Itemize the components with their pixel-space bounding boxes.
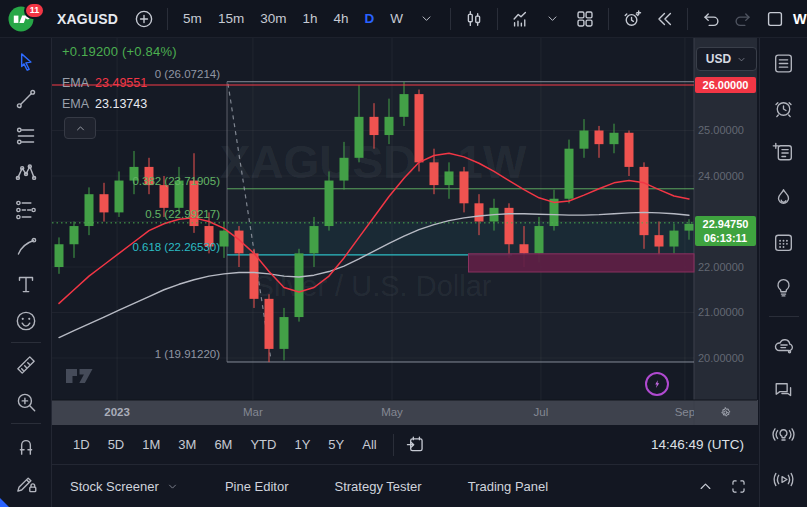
currency-dropdown[interactable]: USD bbox=[696, 47, 757, 71]
fib-level-label: 1 (19.91220) bbox=[55, 348, 220, 360]
tab-trading-panel[interactable]: Trading Panel bbox=[468, 479, 548, 494]
price-axis-label: 24.00000 bbox=[698, 170, 744, 182]
timeframe-15m[interactable]: 15m bbox=[210, 5, 252, 33]
symbol-name: XAGUSD bbox=[57, 11, 118, 27]
bar-replay-button[interactable] bbox=[648, 5, 680, 33]
tool-magnet-icon[interactable] bbox=[7, 427, 45, 464]
tradingview-watermark-logo[interactable] bbox=[64, 364, 102, 388]
axis-settings-gear-icon[interactable] bbox=[716, 403, 736, 423]
notification-badge: 11 bbox=[24, 2, 45, 19]
timeframe-4h[interactable]: 4h bbox=[325, 5, 356, 33]
sidebar-alerts-icon[interactable] bbox=[767, 92, 801, 126]
time-axis-label: May bbox=[381, 406, 403, 418]
time-axis[interactable]: 2023MarMayJulSep bbox=[52, 400, 694, 425]
range-all[interactable]: All bbox=[353, 432, 385, 458]
expand-panel-chevron[interactable] bbox=[696, 477, 715, 496]
tool-edit-lock-icon[interactable] bbox=[7, 464, 45, 501]
tool-brush-icon[interactable] bbox=[7, 228, 45, 265]
tab-strategy-tester[interactable]: Strategy Tester bbox=[334, 479, 421, 494]
range-1m[interactable]: 1M bbox=[133, 432, 169, 458]
right-sidebar bbox=[759, 38, 807, 507]
timeframe-D[interactable]: D bbox=[356, 5, 382, 33]
price-change-readout: +0.19200 (+0.84%) bbox=[62, 44, 177, 59]
lightning-icon bbox=[650, 377, 664, 391]
save-layout-button[interactable] bbox=[759, 5, 791, 33]
currency-label: USD bbox=[706, 52, 731, 66]
price-axis-label: 22.00000 bbox=[698, 261, 744, 273]
add-symbol-button[interactable] bbox=[128, 5, 160, 33]
price-axis-label: 20.00000 bbox=[698, 352, 744, 364]
sidebar-ideas-lightbulb-icon[interactable] bbox=[767, 270, 801, 304]
range-1d[interactable]: 1D bbox=[64, 432, 99, 458]
indicators-menu-chevron[interactable] bbox=[537, 5, 569, 33]
collapse-pane-button[interactable] bbox=[64, 117, 96, 139]
sidebar-bulb-waves-icon[interactable] bbox=[767, 418, 801, 452]
undo-button[interactable] bbox=[695, 5, 727, 33]
range-5y[interactable]: 5Y bbox=[319, 432, 353, 458]
tab-stock-screener[interactable]: Stock Screener bbox=[70, 479, 179, 494]
sidebar-broadcast-play-icon[interactable] bbox=[767, 462, 801, 496]
range-6m[interactable]: 6M bbox=[205, 432, 241, 458]
timeframe-1h[interactable]: 1h bbox=[294, 5, 325, 33]
sidebar-chat-icon[interactable] bbox=[767, 373, 801, 407]
fib-level-label: 0 (26.07214) bbox=[55, 68, 220, 80]
time-axis-label: 2023 bbox=[104, 406, 130, 418]
range-3m[interactable]: 3M bbox=[169, 432, 205, 458]
time-axis-label: Mar bbox=[243, 406, 263, 418]
timeframe-group: 5m15m30m1h4hDW bbox=[175, 5, 411, 33]
maximize-panel-button[interactable] bbox=[729, 477, 748, 496]
range-1y[interactable]: 1Y bbox=[285, 432, 319, 458]
tab-pine-editor[interactable]: Pine Editor bbox=[225, 479, 289, 494]
symbol-search-button[interactable]: XAGUSD bbox=[40, 5, 128, 33]
tool-ruler-icon[interactable] bbox=[7, 346, 45, 383]
chart-style-button[interactable] bbox=[458, 5, 490, 33]
last-price-badge[interactable]: 22.9475006:13:11 bbox=[695, 216, 756, 246]
sidebar-calendar-icon[interactable] bbox=[767, 225, 801, 259]
divider bbox=[497, 8, 498, 30]
divider bbox=[608, 8, 609, 30]
divider bbox=[687, 8, 688, 30]
ema-slow-readout[interactable]: EMA23.13743 bbox=[62, 97, 147, 111]
user-avatar[interactable]: W bbox=[793, 11, 807, 27]
tool-trend-line-icon[interactable] bbox=[7, 80, 45, 117]
top-toolbar: 11 XAGUSD 5m15m30m1h4hDW W bbox=[0, 0, 807, 38]
tool-forecast-icon[interactable] bbox=[7, 191, 45, 228]
server-clock[interactable]: 14:46:49 (UTC) bbox=[651, 437, 746, 452]
time-axis-label: Sep bbox=[675, 406, 694, 418]
sidebar-journal-plus-icon[interactable] bbox=[767, 136, 801, 170]
indicators-button[interactable] bbox=[505, 5, 537, 33]
create-alert-button[interactable] bbox=[616, 5, 648, 33]
divider bbox=[167, 8, 168, 30]
tool-pattern-xabcd-icon[interactable] bbox=[7, 154, 45, 191]
divider bbox=[11, 342, 41, 343]
divider bbox=[11, 423, 41, 424]
divider bbox=[769, 316, 799, 317]
sidebar-watchlist-icon[interactable] bbox=[767, 47, 801, 81]
sidebar-hotlist-flame-icon[interactable] bbox=[767, 181, 801, 215]
sidebar-minds-cloud-icon[interactable] bbox=[767, 329, 801, 363]
timeframe-30m[interactable]: 30m bbox=[252, 5, 294, 33]
chevron-up-icon bbox=[74, 122, 87, 135]
time-axis-label: Jul bbox=[534, 406, 549, 418]
boost-button[interactable] bbox=[645, 372, 669, 396]
redo-button[interactable] bbox=[727, 5, 759, 33]
tool-emoji-icon[interactable] bbox=[7, 302, 45, 339]
price-axis-label: 21.00000 bbox=[698, 306, 744, 318]
alert-price-badge[interactable]: 26.00000 bbox=[695, 77, 756, 93]
layout-grid-button[interactable] bbox=[569, 5, 601, 33]
tool-text-icon[interactable] bbox=[7, 265, 45, 302]
divider bbox=[393, 434, 394, 456]
range-ytd[interactable]: YTD bbox=[241, 432, 285, 458]
timeframe-5m[interactable]: 5m bbox=[175, 5, 210, 33]
tool-zoom-in-icon[interactable] bbox=[7, 383, 45, 420]
price-axis-label: 25.00000 bbox=[698, 124, 744, 136]
main-menu-button[interactable]: 11 bbox=[6, 4, 40, 34]
chevron-down-icon bbox=[166, 480, 179, 493]
timeframe-menu-chevron[interactable] bbox=[411, 5, 443, 33]
tool-fib-retracement-icon[interactable] bbox=[7, 117, 45, 154]
range-5d[interactable]: 5D bbox=[99, 432, 134, 458]
timeframe-W[interactable]: W bbox=[382, 5, 411, 33]
fib-level-label: 0.382 (23.71905) bbox=[55, 175, 220, 187]
go-to-date-button[interactable] bbox=[401, 432, 431, 458]
tool-cursor-icon[interactable] bbox=[7, 43, 45, 80]
